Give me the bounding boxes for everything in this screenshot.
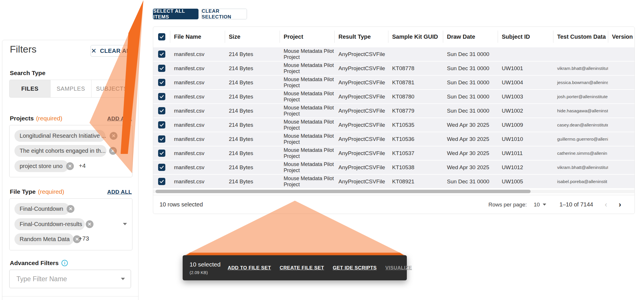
tab-files[interactable]: FILES xyxy=(10,80,50,97)
chip-remove-icon[interactable]: ✕ xyxy=(110,132,117,140)
clear-selection-button[interactable]: CLEAR SELECTION xyxy=(201,9,247,19)
row-checkbox[interactable] xyxy=(158,65,165,72)
cell-file-name: manifest.csv xyxy=(170,90,225,103)
table-row[interactable]: manifest.csv 214 Bytes Mouse Metadata Pi… xyxy=(153,146,634,160)
row-checkbox[interactable] xyxy=(158,164,165,171)
toast-selected-count: 10 selected xyxy=(190,261,224,268)
project-chip[interactable]: The eight cohorts engaged in th... ✕ xyxy=(14,145,106,157)
chip-remove-icon[interactable]: ✕ xyxy=(67,205,74,213)
row-checkbox[interactable] xyxy=(158,135,165,143)
chevron-down-icon xyxy=(543,204,546,206)
row-checkbox[interactable] xyxy=(158,93,165,100)
column-header-file-name[interactable]: File Name xyxy=(170,27,225,46)
chevron-down-icon[interactable] xyxy=(123,148,127,151)
next-page-button[interactable]: › xyxy=(619,200,621,209)
create-file-set-link[interactable]: CREATE FILE SET xyxy=(280,265,324,271)
table-row[interactable]: manifest.csv 214 Bytes Mouse Metadata Pi… xyxy=(153,62,634,75)
rows-per-page-value: 10 xyxy=(534,202,540,208)
tab-samples[interactable]: SAMPLES xyxy=(50,80,91,97)
get-ide-scripts-link[interactable]: GET IDE SCRIPTS xyxy=(333,265,377,271)
search-type-label: Search Type xyxy=(10,70,45,77)
table-row[interactable]: manifest.csv 214 Bytes Mouse Metadata Pi… xyxy=(153,90,634,103)
scrollbar-thumb[interactable] xyxy=(156,190,531,193)
projects-chipbox: Longitudinal Research Initiative ... ✕ T… xyxy=(9,125,132,177)
info-icon[interactable]: i xyxy=(61,260,68,266)
row-checkbox[interactable] xyxy=(158,121,165,128)
file-type-add-all-link[interactable]: ADD ALL xyxy=(107,189,132,195)
cell-draw-date: Wed Apr 30 2025 xyxy=(443,146,498,160)
file-type-chip[interactable]: Final-Countdown-results ✕ xyxy=(14,218,85,230)
chip-remove-icon[interactable]: ✕ xyxy=(66,162,74,170)
table-row[interactable]: manifest.csv 214 Bytes Mouse Metadata Pi… xyxy=(153,47,634,61)
chip-remove-icon[interactable]: ✕ xyxy=(109,147,117,155)
column-header-subject-id[interactable]: Subject ID xyxy=(498,27,553,46)
row-checkbox[interactable] xyxy=(158,150,165,157)
chip-remove-icon[interactable]: ✕ xyxy=(86,220,93,228)
column-header-test-custom-data[interactable]: Test Custom Data xyxy=(553,27,608,46)
cell-size: 214 Bytes xyxy=(225,132,280,146)
cell-subject-id xyxy=(498,47,553,61)
cell-subject-id: UW1009 xyxy=(498,118,553,132)
add-to-file-set-link[interactable]: ADD TO FILE SET xyxy=(228,265,271,271)
column-header-result-type[interactable]: Result Type xyxy=(334,27,388,46)
cell-test-custom-data: guillermo.guerrero@alleni xyxy=(553,132,608,146)
cell-size: 214 Bytes xyxy=(225,104,280,118)
row-checkbox[interactable] xyxy=(158,178,165,185)
column-header-sample-kit-guid[interactable]: Sample Kit GUID xyxy=(388,27,443,46)
table-row[interactable]: manifest.csv 214 Bytes Mouse Metadata Pi… xyxy=(153,118,634,132)
cell-version xyxy=(608,161,635,174)
toast-close-icon[interactable]: ✕ xyxy=(420,264,426,271)
file-type-label: File Type xyxy=(10,188,35,195)
filter-name-input[interactable]: Type Filter Name xyxy=(9,270,131,288)
chevron-down-icon[interactable] xyxy=(121,278,125,280)
cell-subject-id: UW1010 xyxy=(498,132,553,146)
cell-project: Mouse Metadata Pilot Project xyxy=(280,161,334,174)
cell-subject-id: UW1005 xyxy=(498,175,553,188)
row-checkbox[interactable] xyxy=(158,51,165,58)
select-all-items-button[interactable]: SELECT ALL ITEMS xyxy=(153,9,199,19)
visualize-link[interactable]: VISUALIZE xyxy=(385,265,412,271)
filters-panel: Filters ✕ CLEAR ALL Search Type FILES SA… xyxy=(2,40,138,300)
tab-subjects[interactable]: SUBJECTS xyxy=(91,80,132,97)
cell-test-custom-data: isabel.poreba@alleninstit xyxy=(553,175,608,188)
row-checkbox[interactable] xyxy=(158,107,165,114)
clear-all-button[interactable]: ✕ CLEAR ALL xyxy=(91,45,134,57)
cell-draw-date: Wed Apr 30 2025 xyxy=(443,132,498,146)
table-row[interactable]: manifest.csv 214 Bytes Mouse Metadata Pi… xyxy=(153,104,634,118)
clear-all-label: CLEAR ALL xyxy=(100,48,134,54)
chip-label: Final-Countdown xyxy=(20,206,63,212)
chip-label: The eight cohorts engaged in th... xyxy=(20,148,106,154)
rows-per-page-select[interactable]: 10 xyxy=(534,202,546,208)
cell-result-type: AnyProjectCSVFile xyxy=(334,90,388,103)
panel-divider xyxy=(2,296,138,297)
project-chip[interactable]: Longitudinal Research Initiative ... ✕ xyxy=(14,130,105,142)
table-row[interactable]: manifest.csv 214 Bytes Mouse Metadata Pi… xyxy=(153,175,634,188)
column-header-project[interactable]: Project xyxy=(280,27,334,46)
file-type-header-row: File Type (required) ADD ALL xyxy=(10,188,132,195)
table-row[interactable]: manifest.csv 214 Bytes Mouse Metadata Pi… xyxy=(153,132,634,146)
horizontal-scrollbar[interactable] xyxy=(153,190,634,193)
row-checkbox[interactable] xyxy=(158,79,165,86)
column-header-draw-date[interactable]: Draw Date xyxy=(443,27,498,46)
projects-add-all-link[interactable]: ADD ALL xyxy=(107,115,132,122)
column-header-version[interactable]: Version xyxy=(608,27,635,46)
cell-version xyxy=(608,146,635,160)
column-header-size[interactable]: Size xyxy=(225,27,280,46)
cell-draw-date: Sun Dec 31 0000 xyxy=(443,104,498,118)
previous-page-button[interactable]: ‹ xyxy=(605,200,607,209)
cell-version xyxy=(608,118,635,132)
file-type-chip[interactable]: Final-Countdown ✕ xyxy=(14,203,70,215)
table-row[interactable]: manifest.csv 214 Bytes Mouse Metadata Pi… xyxy=(153,76,634,89)
select-all-checkbox[interactable] xyxy=(158,33,165,40)
table-body: manifest.csv 214 Bytes Mouse Metadata Pi… xyxy=(153,47,634,189)
cell-size: 214 Bytes xyxy=(225,118,280,132)
project-chip[interactable]: project store uno ✕ xyxy=(14,160,68,172)
cell-draw-date: Sun Dec 31 0000 xyxy=(443,62,498,75)
chevron-down-icon[interactable] xyxy=(123,223,127,225)
cell-file-name: manifest.csv xyxy=(170,132,225,146)
results-table: File Name Size Project Result Type Sampl… xyxy=(153,27,635,214)
cell-result-type: AnyProjectCSVFile xyxy=(334,76,388,89)
file-type-chip[interactable]: Random Meta Data ✕ xyxy=(14,233,74,245)
table-row[interactable]: manifest.csv 214 Bytes Mouse Metadata Pi… xyxy=(153,161,634,174)
cell-result-type: AnyProjectCSVFile xyxy=(334,132,388,146)
